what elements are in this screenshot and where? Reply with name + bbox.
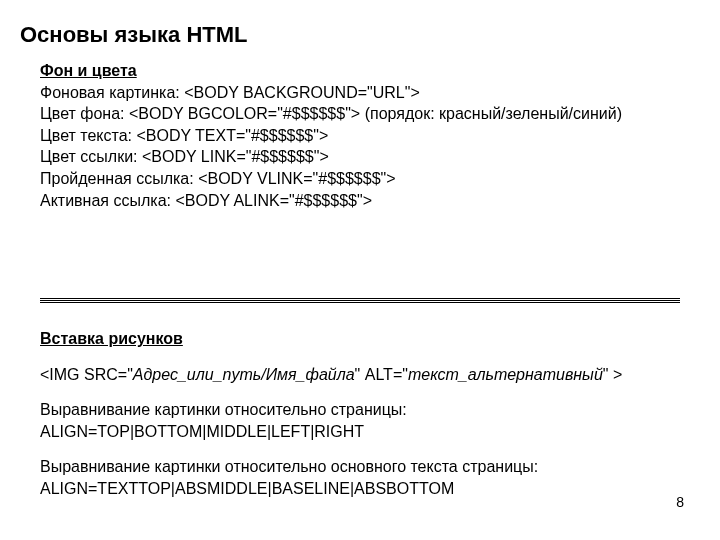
code: <BODY BACKGROUND="URL"> — [184, 84, 420, 101]
align-text-text: Выравнивание картинки относительно основ… — [40, 456, 680, 478]
align-page: Выравнивание картинки относительно стран… — [40, 399, 680, 442]
label: Цвет ссылки: — [40, 148, 142, 165]
divider-line — [40, 300, 680, 301]
section-colors-heading: Фон и цвета — [40, 60, 680, 82]
code: <BODY VLINK="#$$$$$$"> — [198, 170, 395, 187]
slide: Основы языка HTML Фон и цвета Фоновая ка… — [0, 0, 720, 540]
page-number: 8 — [676, 494, 684, 510]
slide-title: Основы языка HTML — [20, 22, 248, 48]
line-bgcolor: Цвет фона: <BODY BGCOLOR="#$$$$$$"> (пор… — [40, 103, 680, 125]
divider-line — [40, 298, 680, 299]
align-page-values: ALIGN=TOP|BOTTOM|MIDDLE|LEFT|RIGHT — [40, 421, 680, 443]
code: <BODY TEXT="#$$$$$$"> — [136, 127, 328, 144]
part: " > — [603, 366, 622, 383]
part-ital: текст_альтернативный — [408, 366, 603, 383]
section-images-heading: Вставка рисунков — [40, 328, 680, 350]
section-colors: Фон и цвета Фоновая картинка: <BODY BACK… — [40, 60, 680, 211]
label: Пройденная ссылка: — [40, 170, 198, 187]
align-text-values: ALIGN=TEXTTOP|ABSMIDDLE|BASELINE|ABSBOTT… — [40, 478, 680, 500]
line-textcolor: Цвет текста: <BODY TEXT="#$$$$$$"> — [40, 125, 680, 147]
code: <BODY BGCOLOR="#$$$$$$"> — [129, 105, 360, 122]
align-page-text: Выравнивание картинки относительно стран… — [40, 399, 680, 421]
label: Цвет фона: — [40, 105, 129, 122]
part-ital: Адрес_или_путь/Имя_файла — [133, 366, 355, 383]
section-images: Вставка рисунков <IMG SRC="Адрес_или_пут… — [40, 328, 680, 500]
label: Фоновая картинка: — [40, 84, 184, 101]
part: " ALT=" — [355, 366, 408, 383]
line-bg-image: Фоновая картинка: <BODY BACKGROUND="URL"… — [40, 82, 680, 104]
code: <BODY LINK="#$$$$$$"> — [142, 148, 329, 165]
align-text: Выравнивание картинки относительно основ… — [40, 456, 680, 499]
label: Активная ссылка: — [40, 192, 175, 209]
line-linkcolor: Цвет ссылки: <BODY LINK="#$$$$$$"> — [40, 146, 680, 168]
divider — [40, 298, 680, 302]
img-tag-example: <IMG SRC="Адрес_или_путь/Имя_файла" ALT=… — [40, 364, 680, 386]
note: (порядок: красный/зеленый/синий) — [360, 105, 622, 122]
divider-line — [40, 302, 680, 303]
line-alinkcolor: Активная ссылка: <BODY ALINK="#$$$$$$"> — [40, 190, 680, 212]
code: <BODY ALINK="#$$$$$$"> — [175, 192, 372, 209]
part: <IMG SRC=" — [40, 366, 133, 383]
label: Цвет текста: — [40, 127, 136, 144]
line-vlinkcolor: Пройденная ссылка: <BODY VLINK="#$$$$$$"… — [40, 168, 680, 190]
